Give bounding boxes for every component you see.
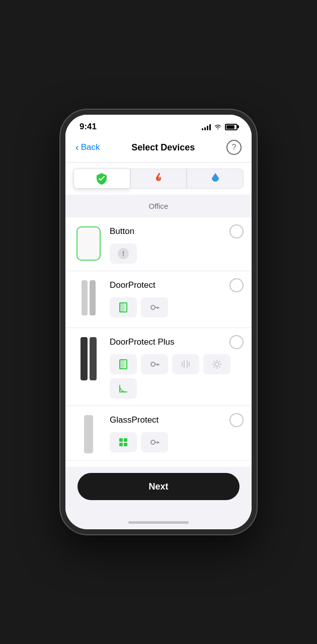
- tag-door-doorprotectplus[interactable]: [110, 354, 137, 374]
- svg-text:!: !: [122, 250, 125, 258]
- tag-key-glassprotect[interactable]: [141, 432, 168, 452]
- button-device-icon: [76, 226, 101, 261]
- vibration-icon: [180, 359, 191, 370]
- next-button[interactable]: Next: [77, 473, 240, 500]
- device-checkbox-button[interactable]: [229, 224, 244, 238]
- svg-line-25: [219, 361, 220, 362]
- shield-icon: [95, 172, 108, 185]
- device-checkbox-glassprotect[interactable]: [229, 413, 244, 427]
- key-icon: [149, 302, 160, 313]
- section-header: Office: [65, 195, 252, 217]
- nav-bar: ‹ Back Select Devices ?: [65, 136, 252, 163]
- svg-point-33: [151, 440, 155, 444]
- key-icon-plus: [149, 359, 160, 370]
- device-name-doorprotectplus: DoorProtect Plus: [110, 337, 175, 347]
- next-button-label: Next: [148, 481, 168, 492]
- device-image-doorprotectplus: [73, 337, 104, 380]
- battery-icon: [225, 124, 237, 130]
- svg-rect-29: [119, 438, 123, 442]
- device-info-doorprotectplus: DoorProtect Plus: [110, 335, 244, 398]
- glassprotect-device-icon: [84, 415, 93, 453]
- filter-tabs: [65, 163, 252, 195]
- key-icon-glass: [149, 437, 160, 448]
- bottom-bar: Next: [65, 467, 252, 515]
- device-info-doorprotect: DoorProtect: [110, 278, 244, 317]
- section-label: Office: [149, 202, 169, 210]
- device-info-glassprotect: GlassProtect: [110, 413, 244, 452]
- light-icon: [211, 359, 222, 370]
- device-tags-glassprotect: [110, 432, 244, 452]
- signal-icon: [202, 124, 211, 130]
- device-image-glassprotect: [73, 415, 104, 453]
- wifi-icon: [214, 124, 222, 130]
- device-tags-doorprotectplus-row2: [110, 378, 244, 398]
- svg-line-24: [219, 366, 220, 367]
- fire-icon: [153, 172, 164, 185]
- svg-rect-30: [124, 438, 127, 442]
- tag-light-doorprotectplus[interactable]: [203, 354, 230, 374]
- home-bar: [128, 521, 189, 524]
- svg-point-18: [215, 362, 219, 366]
- device-image-button: [73, 226, 104, 261]
- device-checkbox-doorprotect[interactable]: [229, 278, 244, 292]
- back-button[interactable]: ‹ Back: [75, 142, 100, 152]
- device-tags-button: !: [110, 244, 244, 264]
- angle-icon: [118, 383, 129, 394]
- device-info-button: Button !: [110, 224, 244, 264]
- status-time: 9:41: [80, 122, 97, 132]
- device-item-doorprotect: DoorProtect: [65, 271, 252, 328]
- door-open-icon-plus: [118, 359, 129, 370]
- back-chevron-icon: ‹: [75, 142, 79, 152]
- device-item-keypad: KeyPad !: [65, 461, 252, 467]
- svg-rect-31: [119, 443, 123, 446]
- device-name-button: Button: [110, 226, 134, 236]
- scroll-content: Office Button !: [65, 195, 252, 467]
- svg-point-10: [151, 362, 155, 366]
- tag-vibration-doorprotectplus[interactable]: [172, 354, 199, 374]
- help-button[interactable]: ?: [226, 140, 242, 155]
- tab-fire[interactable]: [130, 169, 187, 189]
- warning-icon: !: [117, 248, 129, 260]
- tag-grid-glassprotect[interactable]: [110, 432, 137, 452]
- device-tags-doorprotectplus: [110, 354, 244, 374]
- back-label: Back: [81, 142, 100, 152]
- doorprotect-device-icon: [82, 280, 96, 320]
- door-open-icon: [118, 302, 129, 313]
- tag-key-doorprotect[interactable]: [141, 297, 168, 317]
- tab-water[interactable]: [187, 169, 244, 189]
- status-bar: 9:41: [65, 115, 252, 136]
- svg-point-4: [151, 305, 155, 309]
- tag-warning-button[interactable]: !: [110, 244, 137, 264]
- tag-key-doorprotectplus[interactable]: [141, 354, 168, 374]
- page-title: Select Devices: [131, 142, 195, 153]
- device-item-glassprotect: GlassProtect: [65, 406, 252, 461]
- tab-security[interactable]: [73, 169, 130, 189]
- svg-line-23: [214, 361, 215, 362]
- grid-icon: [118, 437, 129, 448]
- device-image-doorprotect: [73, 280, 104, 320]
- water-icon: [210, 172, 220, 185]
- status-icons: [202, 124, 237, 130]
- tag-angle-doorprotectplus[interactable]: [110, 378, 137, 398]
- device-name-doorprotect: DoorProtect: [110, 280, 155, 290]
- tag-door-doorprotect[interactable]: [110, 297, 137, 317]
- help-icon: ?: [232, 143, 236, 152]
- home-indicator: [65, 515, 252, 529]
- device-checkbox-doorprotectplus[interactable]: [229, 335, 244, 349]
- device-item-doorprotectplus: DoorProtect Plus: [65, 328, 252, 406]
- svg-rect-32: [124, 443, 127, 446]
- doorprotectplus-device-icon: [81, 337, 97, 380]
- device-tags-doorprotect: [110, 297, 244, 317]
- device-name-glassprotect: GlassProtect: [110, 415, 158, 425]
- svg-line-26: [214, 366, 215, 367]
- device-item-button: Button !: [65, 217, 252, 271]
